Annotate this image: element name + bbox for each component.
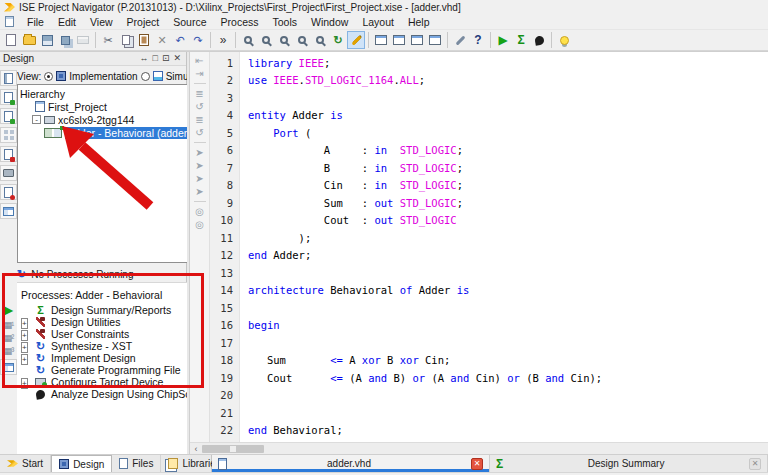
code-line[interactable]: 3 [210, 89, 768, 107]
code-line[interactable]: 13 [210, 264, 768, 282]
code-line[interactable]: 20 [210, 387, 768, 405]
tree-item[interactable]: First_Project [20, 100, 212, 113]
code-line[interactable]: 7 B : in STD_LOGIC; [210, 159, 768, 177]
more-buttons-icon[interactable] [214, 31, 232, 49]
nav-back-icon[interactable]: ◎ [195, 206, 204, 217]
tile-windows-icon[interactable] [408, 31, 426, 49]
process-view-2-icon[interactable]: ▦² [4, 333, 14, 343]
snapshot-icon[interactable] [0, 165, 17, 181]
menu-item[interactable]: Process [214, 16, 266, 28]
close-tab-icon[interactable]: ✕ [471, 458, 483, 470]
process-table-icon[interactable] [0, 359, 17, 375]
run-process-side-icon[interactable]: ▶ [4, 303, 13, 317]
process-item[interactable]: +Synthesize - XST [21, 340, 213, 352]
code-line[interactable]: 9 Sum : out STD_LOGIC; [210, 194, 768, 212]
code-line[interactable]: 17 [210, 334, 768, 352]
implementation-radio[interactable] [44, 72, 53, 81]
design-summary-icon[interactable] [512, 31, 530, 49]
expander-icon[interactable]: + [21, 378, 28, 389]
simulation-radio[interactable] [141, 72, 150, 81]
cut-icon[interactable] [99, 31, 117, 49]
menu-item[interactable]: Edit [51, 16, 83, 28]
zoom-region-icon[interactable] [293, 31, 311, 49]
expander-icon[interactable]: - [32, 115, 41, 124]
redo-fold-icon[interactable]: ↺ [195, 127, 203, 138]
delete-icon[interactable] [153, 31, 171, 49]
table-view-icon[interactable] [0, 203, 17, 219]
process-item[interactable]: +Implement Design [21, 352, 213, 364]
close-tab-icon[interactable]: ✕ [749, 458, 761, 470]
whats-this-help-icon[interactable] [469, 31, 487, 49]
new-source-icon[interactable] [0, 127, 17, 143]
save-all-icon[interactable] [56, 31, 74, 49]
code-line[interactable]: 6 A : in STD_LOGIC; [210, 142, 768, 160]
scrollbar-thumb[interactable] [202, 445, 264, 453]
snap-to-grid-icon[interactable] [347, 31, 365, 49]
bookmark-toggle-icon[interactable]: ➤ [195, 147, 203, 158]
paste-icon[interactable] [135, 31, 153, 49]
check-syntax-icon[interactable] [0, 184, 17, 200]
view-tab-files[interactable]: Files [112, 455, 161, 472]
menu-item[interactable]: Project [120, 16, 167, 28]
save-icon[interactable] [38, 31, 56, 49]
redo-icon[interactable] [189, 31, 207, 49]
code-line[interactable]: 14architecture Behavioral of Adder is [210, 282, 768, 300]
code-line[interactable]: 1library IEEE; [210, 54, 768, 72]
undo-fold-icon[interactable]: ↺ [195, 101, 203, 112]
process-item[interactable]: Generate Programming File [21, 364, 213, 376]
indent-decrease-icon[interactable]: ⇤ [195, 55, 203, 66]
menu-item[interactable]: Layout [355, 16, 401, 28]
code-line[interactable]: 18 Sum <= A xor B xor Cin; [210, 352, 768, 370]
document-tab-design-summary[interactable]: Design Summary✕ [490, 455, 768, 472]
tree-item[interactable]: Adder - Behavioral (adder.vhd) [20, 126, 212, 139]
code-editor[interactable]: 1library IEEE;2use IEEE.STD_LOGIC_1164.A… [210, 52, 768, 442]
add-source-icon[interactable] [0, 89, 17, 105]
code-line[interactable]: 15 [210, 299, 768, 317]
panel-close-icon[interactable]: ✕ [171, 54, 183, 63]
add-copy-of-source-icon[interactable] [0, 108, 17, 124]
tips-icon[interactable] [555, 31, 573, 49]
process-view-3-icon[interactable]: ▦³ [4, 346, 14, 356]
tree-item[interactable]: -xc6slx9-2tgg144 [20, 113, 212, 126]
code-line[interactable]: 2use IEEE.STD_LOGIC_1164.ALL; [210, 72, 768, 90]
view-tab-start[interactable]: Start [0, 455, 51, 472]
code-line[interactable]: 19 Cout <= (A and B) or (A and Cin) or (… [210, 369, 768, 387]
new-window-icon[interactable] [372, 31, 390, 49]
nav-forward-icon[interactable]: ◎ [195, 219, 204, 230]
code-line[interactable]: 21 [210, 404, 768, 422]
notebook-icon[interactable] [0, 70, 17, 86]
bookmark-next-icon[interactable]: ➤ [195, 160, 203, 171]
code-line[interactable]: 10 Cout : out STD_LOGIC [210, 212, 768, 230]
open-project-icon[interactable] [20, 31, 38, 49]
zoom-prev-icon[interactable] [311, 31, 329, 49]
fold-all-icon[interactable]: ≣ [195, 88, 203, 99]
document-tab-adder.vhd[interactable]: adder.vhd✕ [212, 455, 490, 472]
menu-item[interactable]: Help [401, 16, 437, 28]
menu-item[interactable]: Source [166, 16, 213, 28]
panel-dock-icon[interactable]: ⊡ [160, 54, 172, 63]
process-item[interactable]: +Design Utilities [21, 316, 213, 328]
process-item[interactable]: +Configure Target Device [21, 376, 213, 388]
bookmark-clear-icon[interactable]: ➤ [195, 186, 203, 197]
view-tab-design[interactable]: Design [51, 455, 112, 472]
float-window-icon[interactable] [426, 31, 444, 49]
indent-increase-icon[interactable]: ⇥ [195, 68, 203, 79]
panel-maximize-icon[interactable]: □ [150, 54, 159, 63]
process-item[interactable]: Design Summary/Reports [21, 304, 213, 316]
wrench-settings-icon[interactable] [451, 31, 469, 49]
copy-icon[interactable] [117, 31, 135, 49]
code-line[interactable]: 11 ); [210, 229, 768, 247]
undo-icon[interactable] [171, 31, 189, 49]
zoom-out-icon[interactable] [257, 31, 275, 49]
scroll-left-icon[interactable]: ‹ [190, 444, 202, 454]
editor-horizontal-scrollbar[interactable]: ‹ [190, 442, 768, 454]
process-view-1-icon[interactable]: ▦¹ [4, 320, 14, 330]
code-line[interactable]: 12end Adder; [210, 247, 768, 265]
unfold-all-icon[interactable]: ≣ [195, 114, 203, 125]
zoom-in-icon[interactable] [239, 31, 257, 49]
code-line[interactable]: 8 Cin : in STD_LOGIC; [210, 177, 768, 195]
new-document-icon[interactable] [2, 31, 20, 49]
chipscope-icon[interactable] [530, 31, 548, 49]
menu-item[interactable]: View [83, 16, 120, 28]
code-line[interactable]: 16begin [210, 317, 768, 335]
